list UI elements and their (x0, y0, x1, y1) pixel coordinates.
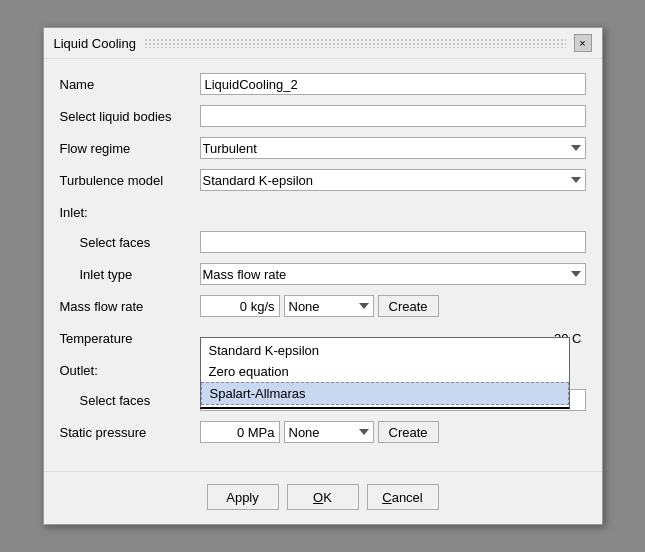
turbulence-model-row: Turbulence model Standard K-epsilon Zero… (60, 167, 586, 193)
mass-flow-row: Mass flow rate None Create (60, 293, 586, 319)
temperature-label: Temperature (60, 331, 200, 346)
inlet-faces-label: Select faces (60, 235, 200, 250)
flow-regime-row: Flow regime Turbulent Laminar (60, 135, 586, 161)
liquid-bodies-input[interactable] (200, 105, 586, 127)
static-pressure-unit-select[interactable]: None (284, 421, 374, 443)
dialog-footer: Apply OK Cancel (44, 471, 602, 524)
inlet-section: Inlet: (60, 199, 586, 225)
name-label: Name (60, 77, 200, 92)
mass-flow-unit-select[interactable]: None (284, 295, 374, 317)
name-input[interactable] (200, 73, 586, 95)
drag-handle[interactable] (144, 38, 566, 48)
flow-regime-select[interactable]: Turbulent Laminar (200, 137, 586, 159)
dialog-title: Liquid Cooling (54, 36, 136, 51)
apply-button[interactable]: Apply (207, 484, 279, 510)
form-content: Name Select liquid bodies Flow regime Tu… (44, 59, 602, 463)
liquid-cooling-dialog: Liquid Cooling × Name Select liquid bodi… (43, 27, 603, 525)
title-bar: Liquid Cooling × (44, 28, 602, 59)
turbulence-model-select[interactable]: Standard K-epsilon Zero equation Spalart… (200, 169, 586, 191)
mass-flow-label: Mass flow rate (60, 299, 200, 314)
static-pressure-input[interactable] (200, 421, 280, 443)
cancel-button[interactable]: Cancel (367, 484, 439, 510)
cancel-label: Cancel (382, 490, 422, 505)
inlet-type-row: Inlet type Mass flow rate Velocity (60, 261, 586, 287)
close-button[interactable]: × (574, 34, 592, 52)
inlet-faces-input[interactable] (200, 231, 586, 253)
static-pressure-row: Static pressure None Create (60, 419, 586, 445)
flow-regime-label: Flow regime (60, 141, 200, 156)
liquid-bodies-label: Select liquid bodies (60, 109, 200, 124)
ok-label: OK (313, 490, 332, 505)
name-row: Name (60, 71, 586, 97)
outlet-faces-label: Select faces (60, 393, 200, 408)
inlet-faces-row: Select faces (60, 229, 586, 255)
static-pressure-label: Static pressure (60, 425, 200, 440)
inlet-type-select[interactable]: Mass flow rate Velocity (200, 263, 586, 285)
mass-flow-create-button[interactable]: Create (378, 295, 439, 317)
inlet-label: Inlet: (60, 205, 200, 220)
inlet-type-label: Inlet type (60, 267, 200, 282)
turbulence-model-label: Turbulence model (60, 173, 200, 188)
dropdown-item-k-epsilon[interactable]: Standard K-epsilon (201, 340, 569, 361)
dropdown-item-spalart[interactable]: Spalart-Allmaras (201, 382, 569, 405)
mass-flow-input[interactable] (200, 295, 280, 317)
ok-button[interactable]: OK (287, 484, 359, 510)
static-pressure-create-button[interactable]: Create (378, 421, 439, 443)
outlet-label: Outlet: (60, 363, 200, 378)
turbulence-dropdown: Standard K-epsilon Zero equation Spalart… (200, 337, 570, 409)
liquid-bodies-row: Select liquid bodies (60, 103, 586, 129)
dropdown-item-zero-eq[interactable]: Zero equation (201, 361, 569, 382)
